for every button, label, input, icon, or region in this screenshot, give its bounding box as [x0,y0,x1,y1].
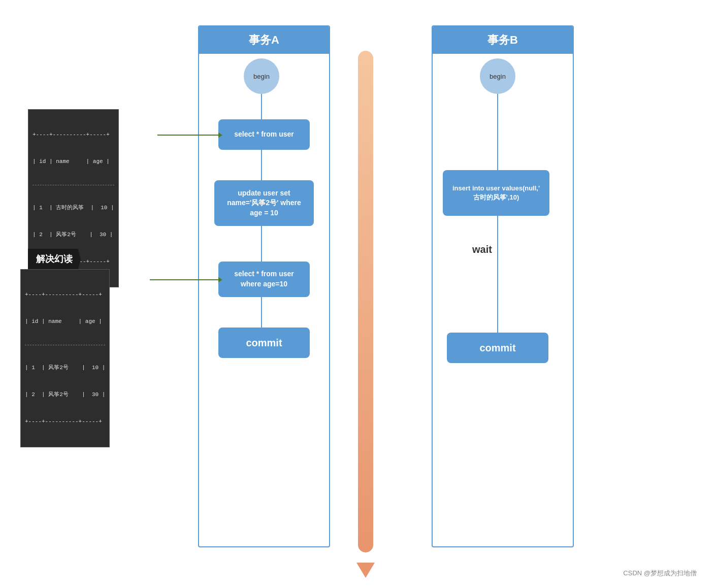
watermark: CSDN @梦想成为扫地僧 [623,569,697,578]
time-axis: 时间轴 [353,51,378,563]
tx-a-commit: commit [218,328,310,358]
tx-b-begin: begin [480,58,515,94]
transaction-b-column: 事务B [432,25,574,547]
arrow-begin-insert-b [497,94,498,170]
diagram: 事务A 事务B 时间轴 begin select * from user upd… [0,0,717,588]
table2-row2: | 2 | 风筝2号 | 30 | [25,390,105,400]
transaction-b-title: 事务B [433,26,573,54]
connector-table2 [150,279,218,280]
time-axis-line [358,51,373,552]
transaction-a-title: 事务A [199,26,329,54]
arrow-select1-update-a [261,150,262,180]
table1-header: +----+----------+-----+ [32,130,114,140]
tx-a-begin: begin [244,58,279,94]
table-result-2: +----+----------+-----+ | id | name | ag… [20,269,110,447]
table1-col: | id | name | age | [32,157,114,167]
tx-b-insert: insert into user values(null,' 古时的风筝',10… [443,170,549,216]
table2-row1: | 1 | 风筝2号 | 10 | [25,364,105,373]
table1-row2: | 2 | 风筝2号 | 30 | [32,231,114,240]
connector-table1 [157,135,218,136]
time-axis-arrow [356,563,375,578]
table1-sep [32,185,114,185]
tx-a-update: update user set name='风筝2号' where age = … [214,180,314,226]
table1-row1: | 1 | 古时的风筝 | 10 | [32,204,114,213]
table2-sep [25,345,105,345]
table2-col: | id | name | age | [25,317,105,326]
tx-a-select1: select * from user [218,119,310,150]
table2-header: +----+----------+-----+ [25,290,105,300]
tx-b-insert-text: insert into user values(null,' 古时的风筝',10… [452,184,540,202]
arrow-select2-commit-a [261,297,262,328]
tx-a-select2: select * from user where age=10 [218,262,310,297]
phantom-read-label: 解决幻读 [28,249,81,269]
arrow-update-select2-a [261,226,262,262]
arrow-insert-commit-b [497,216,498,333]
tx-b-commit: commit [447,333,548,363]
arrow-begin-select-a [261,94,262,119]
tx-b-wait: wait [472,244,492,255]
table2-footer: +----+----------+-----+ [25,417,105,427]
